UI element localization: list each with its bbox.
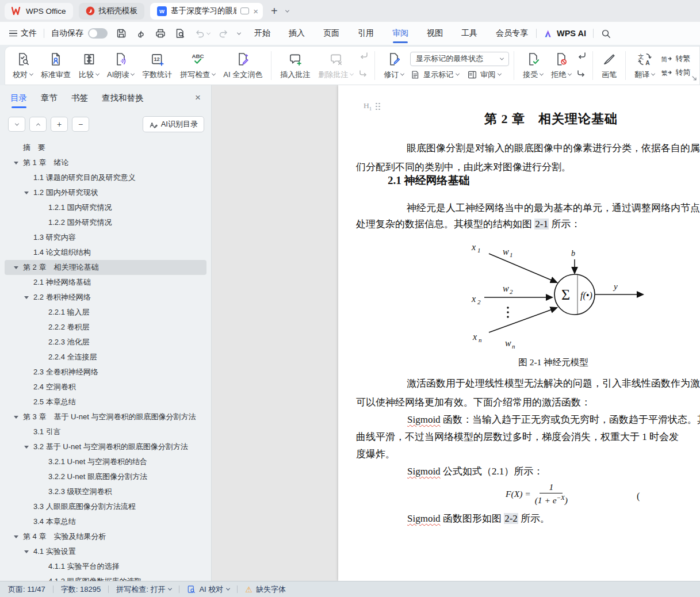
to-simplified-button[interactable]: 繁 转简	[661, 67, 690, 78]
toc-item[interactable]: 4.1 实验设置	[5, 544, 206, 559]
menu-item[interactable]: 开始	[253, 22, 271, 44]
search-icon[interactable]	[600, 28, 611, 39]
menu-item[interactable]: 引用	[357, 22, 375, 44]
review-pane-button[interactable]: 审阅	[467, 70, 501, 80]
toc-item[interactable]: 4.1.2 眼底图像数据库的选取	[5, 574, 206, 581]
toc-item[interactable]: 1.2.2 国外研究情况	[5, 215, 206, 230]
toc-item[interactable]: 1.2 国内外研究现状	[5, 185, 206, 200]
expand-all-button[interactable]	[8, 117, 25, 132]
toc-item[interactable]: 3.3 人眼眼底图像分割方法流程	[5, 499, 206, 514]
toc-item[interactable]: 第 1 章 绪论	[5, 155, 206, 170]
toc-item[interactable]: 2.1 神经网络基础	[5, 275, 206, 290]
toc-item[interactable]: 摘 要	[5, 140, 206, 155]
dialog-launcher-icon[interactable]	[691, 73, 697, 83]
ai-polish-button[interactable]: AI 全文润色	[219, 51, 266, 81]
window-mode-icon[interactable]	[240, 7, 249, 14]
print-icon[interactable]	[155, 28, 166, 39]
zoom-out-button[interactable]: −	[72, 117, 89, 132]
save-icon[interactable]	[116, 28, 127, 39]
toc-item[interactable]: 3.4 本章总结	[5, 514, 206, 529]
word-count-button[interactable]: 12 字数统计	[138, 51, 176, 81]
translate-button[interactable]: 文A 翻译	[630, 51, 659, 81]
autosave-toggle[interactable]	[88, 28, 108, 39]
next-change-icon[interactable]	[576, 68, 587, 81]
toc-item[interactable]: 2.2.3 池化层	[5, 335, 206, 350]
markup-state-dropdown[interactable]: 显示标记的最终状态	[410, 52, 509, 66]
next-comment-icon[interactable]	[358, 68, 369, 81]
menu-item[interactable]: 视图	[426, 22, 444, 44]
export-pdf-icon[interactable]	[135, 28, 147, 39]
toc-item[interactable]: 2.2.4 全连接层	[5, 350, 206, 365]
toc-item[interactable]: 1.2.1 国内研究情况	[5, 200, 206, 215]
close-tab-icon[interactable]: ×	[253, 7, 258, 16]
drag-handle-icon[interactable]	[376, 103, 380, 110]
toc-collapse-arrow-icon[interactable]	[24, 550, 33, 553]
track-changes-button[interactable]: 修订	[380, 51, 408, 81]
toc-collapse-arrow-icon[interactable]	[14, 535, 23, 538]
toc-item[interactable]: 2.3 全卷积神经网络	[5, 365, 206, 380]
tab-list-chevron-icon[interactable]	[285, 8, 289, 12]
menu-item[interactable]: 页面	[322, 22, 341, 44]
wps-ai-button[interactable]: WPS AI	[544, 29, 586, 39]
file-menu-button[interactable]: 文件	[9, 28, 37, 39]
compare-button[interactable]: 比较	[75, 51, 103, 81]
ai-detect-toc-button[interactable]: AI识别目录	[143, 116, 204, 132]
figure-neuron-model[interactable]: x1 w1 x2 w2 xn wn b y Σ f(•) 图 2-1 神经元模型	[452, 239, 655, 369]
menu-item[interactable]: 插入	[288, 22, 306, 44]
sidebar-tab[interactable]: 书签	[71, 93, 88, 108]
delete-comment-button[interactable]: 删除批注	[314, 51, 357, 81]
tab-template-store[interactable]: 找稻壳模板	[79, 3, 145, 20]
toc-item[interactable]: 2.2.1 输入层	[5, 305, 206, 320]
toc-item[interactable]: 第 3 章 基于 U-net 与空洞卷积的眼底图像分割方法	[5, 410, 206, 424]
toc-item[interactable]: 第 4 章 实验及结果分析	[5, 529, 206, 544]
toc-item[interactable]: 3.2.1 U-net 与空洞卷积的结合	[5, 454, 206, 469]
print-preview-icon[interactable]	[174, 28, 186, 39]
menu-item[interactable]: 会员专享	[495, 22, 529, 44]
toc-item[interactable]: 1.4 论文组织结构	[5, 245, 206, 260]
sidebar-close-icon[interactable]: ×	[195, 92, 201, 104]
spellcheck-status[interactable]: 拼写检查: 打开	[116, 584, 171, 595]
standard-review-button[interactable]: 标准审查	[37, 51, 75, 81]
zoom-in-button[interactable]: +	[51, 117, 68, 132]
previous-comment-icon[interactable]	[358, 51, 369, 63]
toc-item[interactable]: 3.2.3 级联空洞卷积	[5, 484, 206, 499]
toc-item[interactable]: 1.1 课题的研究目的及研究意义	[5, 170, 206, 185]
sidebar-tab[interactable]: 目录	[10, 93, 27, 108]
menu-item[interactable]: 审阅	[391, 22, 410, 44]
show-markup-button[interactable]: 显示标记	[410, 70, 459, 80]
new-tab-button[interactable]: +	[269, 5, 280, 17]
toc-item[interactable]: 1.3 研究内容	[5, 230, 206, 245]
document-page[interactable]: H1 第 2 章 相关理论基础 眼底图像分割是对输入的眼底图像中的像素进行分类，…	[338, 85, 700, 581]
previous-change-icon[interactable]	[576, 51, 587, 63]
toc-item[interactable]: 2.2.2 卷积层	[5, 320, 206, 335]
toc-item[interactable]: 2.2 卷积神经网络	[5, 290, 206, 305]
tab-document[interactable]: W 基于深度学习的眼底图像分割 ×	[150, 3, 263, 20]
to-traditional-button[interactable]: 简 转繁	[661, 53, 690, 64]
ai-proofread-status[interactable]: AI 校对	[187, 584, 229, 595]
tab-wps-office[interactable]: WPS Office	[5, 3, 73, 20]
proofread-button[interactable]: 校对	[9, 51, 37, 81]
undo-icon[interactable]	[194, 28, 210, 39]
redo-icon[interactable]	[218, 28, 229, 39]
toc-item[interactable]: 第 2 章 相关理论基础	[5, 260, 206, 275]
quickbar-more-chevron-icon[interactable]	[237, 30, 241, 35]
missing-font-warning[interactable]: ⚠ 缺失字体	[245, 584, 286, 595]
menu-item[interactable]: 工具	[460, 22, 479, 44]
toc-collapse-arrow-icon[interactable]	[14, 162, 23, 164]
toc-item[interactable]: 3.2.2 U-net 眼底图像分割方法	[5, 469, 206, 484]
collapse-all-button[interactable]	[29, 117, 47, 132]
toc-collapse-arrow-icon[interactable]	[24, 296, 33, 299]
toc-item[interactable]: 3.2 基于 U-net 与空洞卷积的眼底图像分割方法	[5, 439, 206, 454]
page-indicator[interactable]: 页面: 11/47	[8, 584, 45, 595]
toc-item[interactable]: 3.1 引言	[5, 424, 206, 439]
document-canvas[interactable]: H1 第 2 章 相关理论基础 眼底图像分割是对输入的眼底图像中的像素进行分类，…	[212, 85, 700, 581]
toc-collapse-arrow-icon[interactable]	[14, 416, 23, 419]
toc-item[interactable]: 4.1.1 实验平台的选择	[5, 559, 206, 574]
ai-read-button[interactable]: AI朗读	[103, 51, 138, 81]
insert-comment-button[interactable]: 插入批注	[276, 51, 314, 81]
word-count-indicator[interactable]: 字数: 18295	[61, 584, 101, 595]
reject-change-button[interactable]: 拒绝	[547, 51, 575, 81]
toc-collapse-arrow-icon[interactable]	[14, 266, 23, 269]
toc-collapse-arrow-icon[interactable]	[24, 192, 33, 194]
toc-collapse-arrow-icon[interactable]	[24, 446, 33, 449]
